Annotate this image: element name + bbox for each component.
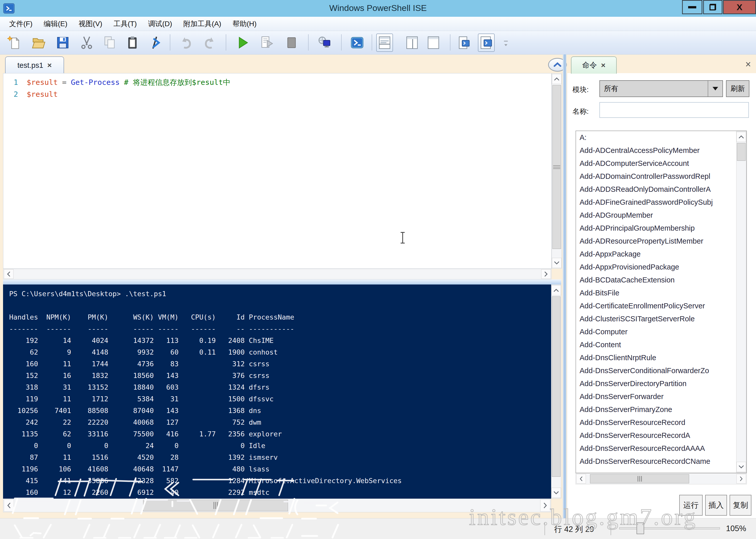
dropdown-arrow-button[interactable] — [708, 81, 722, 97]
scroll-down-button[interactable] — [552, 258, 562, 268]
list-item[interactable]: Add-Content — [576, 338, 733, 351]
scroll-right-button[interactable] — [541, 269, 551, 279]
pane-splitter[interactable] — [3, 279, 561, 284]
tab-test-ps1[interactable]: test.ps1 × — [5, 56, 64, 74]
clear-console-button[interactable] — [147, 34, 164, 52]
list-item[interactable]: Add-BitsFile — [576, 286, 733, 299]
list-item[interactable]: Add-Computer — [576, 325, 733, 338]
zoom-level: 105% — [726, 524, 746, 533]
name-input[interactable] — [600, 102, 749, 118]
list-item[interactable]: Add-ClusteriSCSITargetServerRole — [576, 312, 733, 325]
list-item[interactable]: Add-ADPrincipalGroupMembership — [576, 222, 733, 235]
list-item[interactable]: Add-AppxProvisionedPackage — [576, 261, 733, 273]
minimize-button[interactable] — [682, 0, 703, 14]
list-item[interactable]: Add-DnsServerResourceRecordAAAA — [576, 442, 733, 455]
toolbar-separator — [341, 34, 342, 50]
zoom-slider-track[interactable] — [619, 527, 720, 529]
scroll-up-button[interactable] — [551, 285, 561, 295]
copy-result-button[interactable]: 复制 — [729, 495, 751, 516]
scroll-up-button[interactable] — [736, 132, 746, 142]
list-item[interactable]: Add-BCDataCacheExtension — [576, 273, 733, 286]
close-button[interactable]: X — [723, 0, 756, 14]
list-item[interactable]: Add-DnsServerDirectoryPartition — [576, 377, 733, 390]
refresh-button[interactable]: 刷新 — [726, 80, 749, 97]
run-script-button[interactable] — [235, 34, 251, 52]
commands-panel-close-icon[interactable]: × — [742, 58, 754, 70]
commands-hscroll-thumb[interactable] — [590, 474, 689, 483]
list-item[interactable]: Add-ADResourcePropertyListMember — [576, 235, 733, 248]
menu-file[interactable]: 文件(F) — [4, 18, 38, 30]
menu-help[interactable]: 帮助(H) — [227, 18, 262, 30]
list-item[interactable]: Add-DnsServerPrimaryZone — [576, 403, 733, 416]
editor-vscrollbar[interactable] — [552, 73, 562, 269]
scroll-left-button[interactable] — [4, 269, 14, 279]
list-item[interactable]: Add-ADGroupMember — [576, 209, 733, 222]
list-item[interactable]: Add-DnsServerResourceRecordCName — [576, 455, 733, 468]
scroll-left-button[interactable] — [576, 474, 586, 484]
list-item[interactable]: Add-ADFineGrainedPasswordPolicySubj — [576, 196, 733, 209]
commands-vscrollbar[interactable] — [736, 131, 746, 473]
scroll-left-button[interactable] — [4, 500, 14, 511]
scroll-right-button[interactable] — [736, 474, 746, 484]
commands-list[interactable]: A: Add-ADCentralAccessPolicyMember Add-A… — [576, 130, 747, 473]
start-powershell-button[interactable] — [349, 34, 366, 52]
stop-operation-button[interactable] — [283, 34, 300, 52]
list-item[interactable]: Add-ADCentralAccessPolicyMember — [576, 144, 733, 157]
list-item[interactable]: Add-DnsServerResourceRecord — [576, 416, 733, 429]
list-item[interactable]: A: — [576, 131, 733, 144]
save-button[interactable] — [54, 34, 71, 52]
cut-button[interactable] — [78, 34, 95, 52]
script-editor[interactable]: 1 $result = Get-Process # 将进程信息存放到$resul… — [3, 73, 552, 269]
menu-edit[interactable]: 编辑(E) — [38, 18, 73, 30]
run-button[interactable]: 运行 — [679, 495, 703, 516]
list-item[interactable]: Add-DnsServerResourceRecordA — [576, 429, 733, 442]
tab-close-icon[interactable]: × — [47, 61, 52, 70]
new-script-button[interactable] — [6, 34, 22, 52]
show-script-pane-right-button[interactable] — [404, 34, 421, 52]
toolbar-overflow-button[interactable] — [500, 34, 512, 52]
undo-button[interactable] — [177, 34, 194, 52]
console-vscroll-thumb[interactable] — [552, 296, 560, 477]
console-hscroll-thumb[interactable] — [143, 500, 288, 511]
list-item[interactable]: Add-ADDSReadOnlyDomainControllerA — [576, 183, 733, 196]
tab-commands[interactable]: 命令 × — [571, 56, 617, 74]
menu-tools[interactable]: 工具(T) — [108, 18, 142, 30]
menu-addons[interactable]: 附加工具(A) — [178, 18, 227, 30]
show-command-window-button[interactable] — [478, 34, 495, 52]
show-command-addon-button[interactable] — [455, 34, 472, 52]
console-pane[interactable]: PS C:\Users\d4m1ts\Desktop> .\test.ps1 H… — [3, 284, 551, 499]
open-script-button[interactable] — [30, 34, 47, 52]
commands-hscrollbar[interactable] — [576, 473, 747, 484]
console-vscrollbar[interactable] — [551, 284, 561, 499]
module-dropdown[interactable]: 所有 — [600, 80, 723, 97]
console-hscrollbar[interactable] — [3, 499, 551, 512]
list-item[interactable]: Add-DnsClientNrptRule — [576, 351, 733, 364]
list-item[interactable]: Add-CertificateEnrollmentPolicyServer — [576, 299, 733, 312]
commands-tab-close-icon[interactable]: × — [601, 61, 606, 70]
insert-button[interactable]: 插入 — [705, 495, 727, 516]
show-script-pane-top-button[interactable] — [376, 34, 393, 52]
copy-button[interactable] — [101, 34, 118, 52]
show-script-pane-maximized-button[interactable] — [425, 34, 442, 52]
redo-button[interactable] — [202, 34, 218, 52]
paste-button[interactable] — [124, 34, 141, 52]
scroll-down-button[interactable] — [736, 462, 746, 472]
restore-button[interactable] — [703, 0, 722, 14]
commands-vscroll-thumb[interactable] — [737, 143, 746, 161]
scroll-down-button[interactable] — [551, 488, 561, 498]
editor-vscroll-thumb[interactable] — [552, 85, 561, 249]
list-item[interactable]: Add-DnsServerConditionalForwarderZo — [576, 364, 733, 377]
scroll-up-button[interactable] — [552, 74, 562, 84]
menu-debug[interactable]: 调试(D) — [142, 18, 178, 30]
list-item[interactable]: Add-ADComputerServiceAccount — [576, 157, 733, 170]
scroll-right-button[interactable] — [540, 500, 550, 511]
new-remote-powershell-tab-button[interactable] — [316, 34, 333, 52]
list-item[interactable]: Add-AppxPackage — [576, 248, 733, 261]
list-item[interactable]: Add-ADDomainControllerPasswordRepl — [576, 170, 733, 183]
panel-splitter[interactable] — [563, 54, 566, 518]
menu-view[interactable]: 视图(V) — [73, 18, 108, 30]
list-item[interactable]: Add-DnsServerForwarder — [576, 390, 733, 403]
run-selection-button[interactable] — [259, 34, 276, 52]
zoom-slider-thumb[interactable] — [636, 522, 644, 534]
editor-hscrollbar[interactable] — [3, 269, 552, 279]
